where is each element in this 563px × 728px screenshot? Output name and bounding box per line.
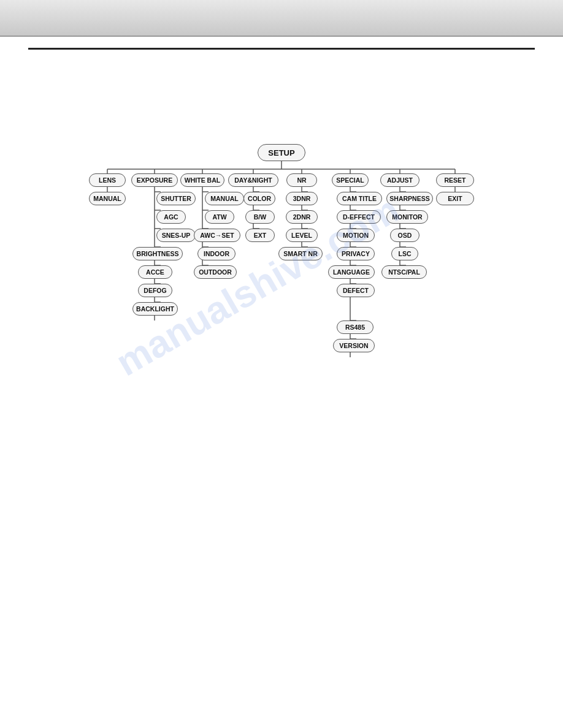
node-ntsc-pal: NTSC/PAL [381,265,427,279]
node-backlight: BACKLIGHT [132,302,178,316]
node-manual-lens: MANUAL [89,192,126,205]
node-privacy: PRIVACY [337,247,375,260]
node-lens: LENS [89,173,126,187]
node-whitebal: WHITE BAL [180,173,224,187]
node-color: COLOR [243,192,275,205]
node-agc: AGC [156,210,186,224]
node-special: SPECIAL [332,173,369,187]
diagram-area: manualshive.com [0,56,563,699]
node-exit: EXIT [436,192,474,205]
node-defog: DEFOG [138,284,172,297]
node-atw: ATW [205,210,234,224]
node-sharpness: SHARPNESS [386,192,433,205]
node-version: VERSION [333,339,375,352]
node-2dnr: 2DNR [286,210,318,224]
node-language: LANGUAGE [328,265,375,279]
node-smart-nr: SMART NR [278,247,323,260]
node-d-effect: D-EFFECT [337,210,381,224]
node-adjust: ADJUST [380,173,419,187]
node-rs485: RS485 [337,320,373,334]
node-nr: NR [286,173,317,187]
node-shutter: SHUTTER [156,192,196,205]
node-bw: B/W [245,210,275,224]
node-osd: OSD [390,229,419,242]
node-exposure: EXPOSURE [131,173,178,187]
node-level: LEVEL [286,229,318,242]
node-defect: DEFECT [337,284,375,297]
node-awc-set: AWC→SET [194,229,240,242]
node-motion: MOTION [337,229,375,242]
node-indoor: INDOOR [197,247,236,260]
node-3dnr: 3DNR [286,192,318,205]
node-lsc: LSC [391,247,418,260]
section-divider [28,48,535,50]
node-cam-title: CAM TITLE [337,192,382,205]
connector-lines [0,56,563,436]
node-reset: RESET [436,173,474,187]
node-acce: ACCE [138,265,172,279]
top-bar [0,0,563,37]
node-manual-wb: MANUAL [205,192,244,205]
node-daynight: DAY&NIGHT [228,173,278,187]
node-monitor: MONITOR [386,210,428,224]
node-outdoor: OUTDOOR [194,265,237,279]
node-setup: SETUP [258,144,305,161]
node-snes-up: SNES-UP [156,229,196,242]
node-ext: EXT [245,229,275,242]
node-brightness: BRIGHTNESS [132,247,183,260]
